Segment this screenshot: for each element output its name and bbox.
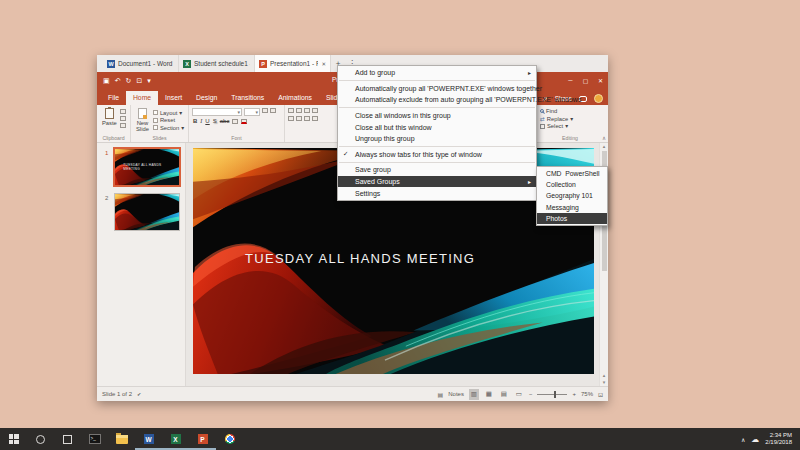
align-right-icon[interactable] [304,116,310,121]
slide-1-thumbnail[interactable]: TUESDAY ALL HANDS MEETING [115,149,179,185]
maximize-button[interactable]: ▢ [578,72,593,88]
underline-button[interactable]: U [205,118,209,124]
italic-button[interactable]: I [200,118,202,124]
close-button[interactable]: ✕ [593,72,608,88]
spell-check-icon[interactable]: ✔ [137,391,141,397]
start-slideshow-icon[interactable]: ⊡ [136,77,142,84]
reset-button[interactable]: Reset [153,117,184,123]
menu-item-auto-group[interactable]: Automatically group all 'POWERPNT.EXE' w… [338,83,536,95]
tab-insert[interactable]: Insert [158,91,189,105]
menu-item-save-group[interactable]: Save group [338,164,536,176]
menu-item-auto-exclude[interactable]: Automatically exclude from auto grouping… [338,94,536,106]
cut-icon[interactable] [120,109,126,114]
desktop[interactable]: { "window": { "title": "Presentation1 - … [0,0,800,450]
cortana-button[interactable] [27,428,54,450]
window-tab-word[interactable]: W Document1 - Word [103,55,179,72]
normal-view-button[interactable]: ▥ [469,389,479,400]
section-button[interactable]: Section ▾ [153,125,184,131]
submenu-item-cmd-powershell[interactable]: CMD PowerShell [537,168,607,179]
zoom-slider[interactable] [537,394,567,395]
zoom-out-icon[interactable]: − [529,391,533,397]
collapse-ribbon-icon[interactable]: ∧ [602,135,606,141]
numbering-icon[interactable] [296,108,302,113]
tab-transitions[interactable]: Transitions [224,91,271,105]
text-shadow-button[interactable]: S [213,118,217,124]
tab-animations[interactable]: Animations [271,91,319,105]
find-button[interactable]: Find [540,108,600,114]
fit-to-window-icon[interactable]: ⊡ [598,391,603,398]
grow-font-icon[interactable] [262,108,268,113]
taskbar-terminal-button[interactable]: >_ [81,428,108,450]
previous-slide-icon[interactable]: ▴ [603,372,606,378]
reading-view-button[interactable]: ▤ [499,389,509,400]
window-tab-powerpoint[interactable]: P Presentation1 - PowerP... ✕ [255,55,331,72]
close-tab-icon[interactable]: ✕ [321,61,326,67]
align-center-icon[interactable] [296,116,302,121]
menu-item-settings[interactable]: Settings [338,187,536,199]
zoom-in-icon[interactable]: + [572,391,576,397]
notes-button[interactable]: Notes [448,391,464,397]
menu-item-always-show-tabs[interactable]: ✓ Always show tabs for this type of wind… [338,149,536,161]
tab-design[interactable]: Design [189,91,224,105]
slide-sorter-view-button[interactable]: ▦ [484,389,494,400]
minimize-button[interactable]: ─ [563,72,578,88]
save-icon[interactable]: ▣ [103,77,110,84]
replace-button[interactable]: ⇄ Replace ▾ [540,116,600,122]
zoom-level[interactable]: 75% [581,391,593,397]
menu-item-close-all-but-this[interactable]: Close all but this window [338,121,536,133]
font-size-combobox[interactable]: ▾ [244,108,260,116]
task-view-button[interactable] [54,428,81,450]
submenu-item-messaging[interactable]: Messaging [537,202,607,213]
paste-button[interactable]: Paste [100,107,119,130]
submenu-item-photos[interactable]: Photos [537,213,607,224]
next-slide-icon[interactable]: ▾ [603,379,606,385]
replace-icon: ⇄ [540,116,545,122]
bullets-icon[interactable] [288,108,294,113]
submenu-item-geography-101[interactable]: Geography 101 [537,190,607,201]
shrink-font-icon[interactable] [270,108,276,113]
zoom-slider-thumb[interactable] [554,391,556,398]
account-avatar[interactable] [594,94,603,103]
clipboard-mini-buttons [119,107,127,130]
taskbar-chrome-button[interactable] [216,428,243,450]
undo-icon[interactable]: ↶ [115,77,121,84]
menu-item-add-to-group[interactable]: Add to group ▸ [338,67,536,79]
slide-2-thumbnail[interactable] [115,194,179,230]
justify-icon[interactable] [312,116,318,121]
slide-title-text[interactable]: TUESDAY ALL HANDS MEETING [245,251,475,266]
highlight-color-icon[interactable] [232,119,238,124]
align-left-icon[interactable] [288,116,294,121]
menu-item-close-all-windows[interactable]: Close all windows in this group [338,110,536,122]
slideshow-view-button[interactable]: ▭ [514,389,524,400]
start-button[interactable] [0,428,27,450]
tab-home[interactable]: Home [126,91,158,105]
qat-dropdown-icon[interactable]: ▾ [147,77,151,84]
taskbar-powerpoint-button[interactable]: P [189,428,216,450]
copy-icon[interactable] [120,116,126,121]
taskbar-word-button[interactable]: W [135,428,162,450]
scroll-up-icon[interactable]: ▴ [603,143,606,149]
new-slide-button[interactable]: New Slide [134,107,151,133]
font-name-combobox[interactable]: ▾ [192,108,242,116]
bold-button[interactable]: B [193,118,197,124]
menu-item-saved-groups[interactable]: Saved Groups ▸ [338,176,536,188]
menu-item-label: Close all windows in this group [355,112,451,119]
window-tab-excel[interactable]: X Student schedule1 - Excel [179,55,255,72]
taskbar-excel-button[interactable]: X [162,428,189,450]
indent-decrease-icon[interactable] [304,108,310,113]
hidden-icons-button[interactable]: ∧ [741,436,745,443]
select-button[interactable]: Select ▾ [540,123,600,129]
format-painter-icon[interactable] [120,123,126,128]
submenu-item-collection[interactable]: Collection [537,179,607,190]
redo-icon[interactable]: ↻ [126,77,132,84]
strikethrough-button[interactable]: abc [220,118,230,124]
indent-increase-icon[interactable] [312,108,318,113]
tab-file[interactable]: File [101,91,126,105]
layout-button[interactable]: Layout ▾ [153,110,184,116]
taskbar-clock[interactable]: 2:34 PM 2/19/2018 [765,432,792,446]
menu-item-label: Close all but this window [355,124,432,131]
taskbar-file-explorer-button[interactable] [108,428,135,450]
weather-cloud-icon[interactable]: ☁ [751,435,759,444]
font-color-icon[interactable] [241,119,247,124]
menu-item-ungroup[interactable]: Ungroup this group [338,133,536,145]
